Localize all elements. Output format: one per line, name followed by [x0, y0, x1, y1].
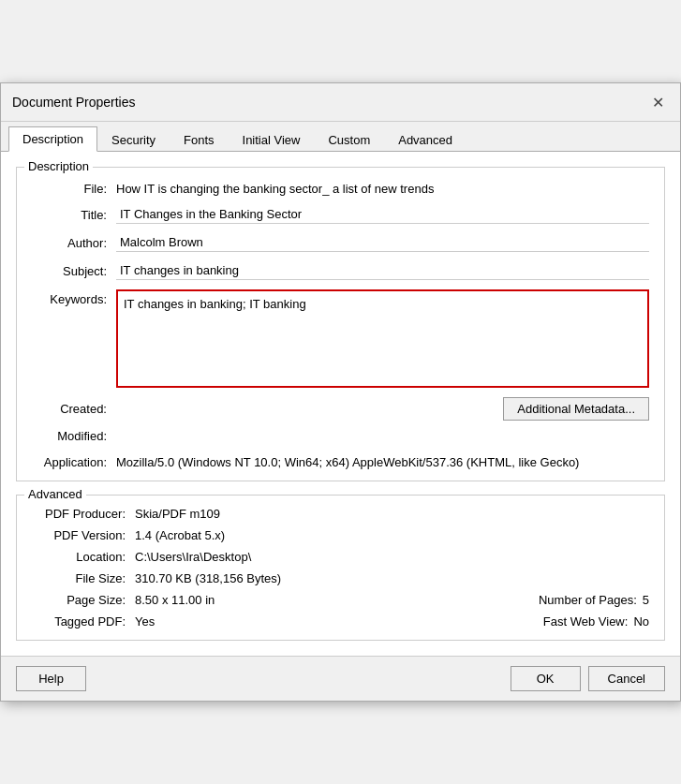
keywords-input[interactable]: IT changes in banking; IT banking: [122, 295, 644, 379]
title-input[interactable]: [116, 205, 649, 224]
file-size-label: File Size:: [32, 571, 135, 585]
content-area: Description File: How IT is changing the…: [1, 152, 680, 656]
tab-fonts[interactable]: Fonts: [170, 126, 229, 152]
advanced-group-label: Advanced: [24, 487, 86, 501]
modified-value: [116, 426, 649, 429]
keywords-row: Keywords: IT changes in banking; IT bank…: [32, 289, 649, 388]
keywords-label: Keywords:: [32, 289, 116, 306]
subject-input[interactable]: [116, 261, 649, 280]
page-size-label: Page Size:: [32, 593, 135, 607]
help-button[interactable]: Help: [16, 666, 86, 691]
tab-bar: Description Security Fonts Initial View …: [1, 122, 680, 152]
title-bar: Document Properties ✕: [1, 83, 680, 122]
keywords-box: IT changes in banking; IT banking: [116, 289, 649, 388]
location-row: Location: C:\Users\Ira\Desktop\: [32, 550, 649, 564]
tab-advanced[interactable]: Advanced: [384, 126, 466, 152]
file-row: File: How IT is changing the banking sec…: [32, 179, 649, 196]
pdf-version-value: 1.4 (Acrobat 5.x): [135, 528, 225, 542]
file-label: File:: [32, 179, 116, 196]
page-size-row: Page Size: 8.50 x 11.00 in Number of Pag…: [32, 593, 649, 607]
tab-initial-view[interactable]: Initial View: [229, 126, 315, 152]
tab-security[interactable]: Security: [97, 126, 170, 152]
created-label: Created:: [32, 402, 116, 416]
cancel-button[interactable]: Cancel: [588, 666, 665, 691]
pdf-version-label: PDF Version:: [32, 528, 135, 542]
file-size-row: File Size: 310.70 KB (318,156 Bytes): [32, 571, 649, 585]
advanced-section: Advanced PDF Producer: Skia/PDF m109 PDF…: [16, 495, 665, 641]
tagged-pdf-value: Yes: [135, 614, 155, 629]
location-label: Location:: [32, 550, 135, 564]
created-row: Created: Additional Metadata...: [32, 397, 649, 421]
file-size-value: 310.70 KB (318,156 Bytes): [135, 571, 281, 585]
file-value: How IT is changing the banking sector_ a…: [116, 179, 649, 196]
pdf-producer-row: PDF Producer: Skia/PDF m109: [32, 507, 649, 521]
author-row: Author:: [32, 233, 649, 252]
number-of-pages-value: 5: [643, 593, 649, 607]
dialog-title: Document Properties: [12, 95, 136, 110]
fast-web-view-label: Fast Web View:: [543, 614, 629, 629]
application-row: Application: Mozilla/5.0 (Windows NT 10.…: [32, 452, 649, 469]
modified-row: Modified:: [32, 426, 649, 443]
pdf-version-row: PDF Version: 1.4 (Acrobat 5.x): [32, 528, 649, 542]
number-of-pages-label: Number of Pages:: [539, 593, 637, 607]
subject-label: Subject:: [32, 261, 116, 278]
ok-button[interactable]: OK: [511, 666, 581, 691]
author-input[interactable]: [116, 233, 649, 252]
pdf-producer-label: PDF Producer:: [32, 507, 135, 521]
document-properties-dialog: Document Properties ✕ Description Securi…: [0, 82, 681, 702]
title-label: Title:: [32, 205, 116, 222]
modified-label: Modified:: [32, 426, 116, 443]
application-label: Application:: [32, 452, 116, 469]
description-group-label: Description: [24, 159, 93, 173]
number-of-pages-group: Number of Pages: 5: [539, 593, 649, 607]
fast-web-view-group: Fast Web View: No: [543, 614, 649, 629]
subject-row: Subject:: [32, 261, 649, 280]
tagged-pdf-row: Tagged PDF: Yes Fast Web View: No: [32, 614, 649, 629]
tagged-pdf-label: Tagged PDF:: [32, 614, 135, 629]
location-value: C:\Users\Ira\Desktop\: [135, 550, 251, 564]
description-section: Description File: How IT is changing the…: [16, 167, 665, 481]
pdf-producer-value: Skia/PDF m109: [135, 507, 220, 521]
bottom-bar: Help OK Cancel: [1, 656, 680, 701]
tab-custom[interactable]: Custom: [314, 126, 384, 152]
application-value: Mozilla/5.0 (Windows NT 10.0; Win64; x64…: [116, 452, 649, 469]
tab-description[interactable]: Description: [8, 126, 97, 152]
additional-metadata-button[interactable]: Additional Metadata...: [503, 397, 649, 421]
title-row: Title:: [32, 205, 649, 224]
fast-web-view-value: No: [633, 614, 649, 629]
page-size-value: 8.50 x 11.00 in: [135, 593, 215, 607]
ok-cancel-group: OK Cancel: [511, 666, 665, 691]
close-button[interactable]: ✕: [646, 91, 669, 113]
author-label: Author:: [32, 233, 116, 250]
